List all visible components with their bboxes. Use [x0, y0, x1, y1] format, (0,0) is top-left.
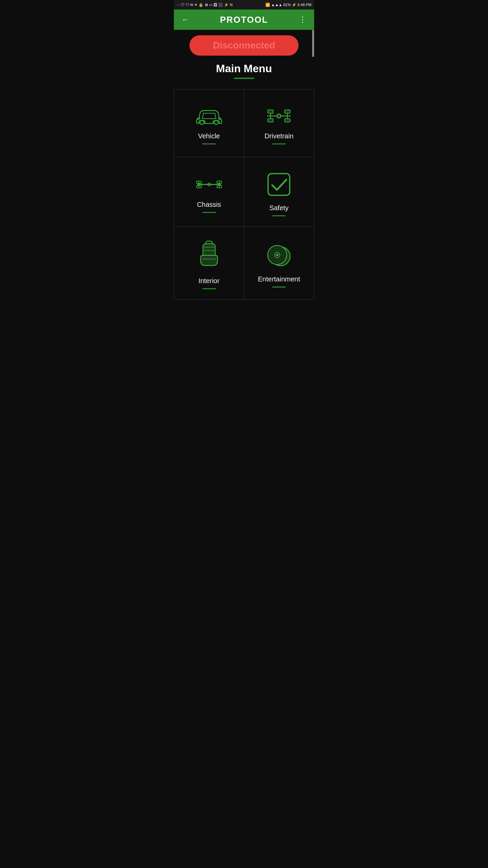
drivetrain-underline — [272, 143, 286, 144]
display-icon: ▭ — [209, 3, 212, 7]
svg-rect-8 — [268, 119, 273, 122]
notification-dots: ··· — [177, 3, 180, 7]
wifi-icon: 📶 — [265, 3, 270, 7]
car-icon — [194, 106, 224, 126]
safety-underline — [272, 215, 286, 216]
signal-icon: ▲▲▲ — [271, 3, 282, 7]
safety-label: Safety — [269, 204, 289, 212]
menu-grid: Vehicle — [174, 89, 314, 300]
status-bar-right: 📶 ▲▲▲ 81% ⚡ 6:48 PM — [265, 3, 311, 7]
mail-icon: ✉ — [190, 3, 193, 7]
entertainment-menu-item[interactable]: Entertainment — [244, 227, 314, 300]
disconnected-text: Disconnected — [213, 40, 275, 51]
svg-point-11 — [277, 114, 281, 118]
vehicle-underline — [202, 143, 216, 144]
shield-icon: 🛡 — [181, 3, 184, 7]
back-button[interactable]: ← — [179, 15, 191, 24]
drivetrain-icon — [264, 106, 294, 126]
flipboard-icon: ⬛ — [218, 3, 223, 7]
svg-rect-7 — [268, 110, 273, 113]
svg-marker-12 — [274, 115, 277, 117]
scrollbar[interactable] — [312, 30, 314, 57]
main-content: Disconnected Main Menu — [174, 30, 314, 300]
chassis-menu-item[interactable]: Chassis — [174, 157, 244, 227]
vehicle-menu-item[interactable]: Vehicle — [174, 90, 244, 157]
lock-icon: 🔒 — [199, 3, 203, 7]
interior-label: Interior — [199, 277, 220, 285]
shield2-icon: 🛡 — [185, 3, 189, 7]
chassis-underline — [202, 212, 216, 213]
charging-icon: ⚡ — [292, 3, 297, 7]
entertainment-label: Entertainment — [258, 275, 300, 283]
chassis-label: Chassis — [197, 201, 221, 209]
disconnected-banner[interactable]: Disconnected — [189, 35, 299, 56]
drivetrain-label: Drivetrain — [264, 132, 293, 140]
drivetrain-menu-item[interactable]: Drivetrain — [244, 90, 314, 157]
main-menu-title: Main Menu — [174, 62, 314, 75]
interior-menu-item[interactable]: Interior — [174, 227, 244, 300]
monitor-icon: 🖥 — [204, 3, 208, 7]
overflow-menu-button[interactable]: ⋮ — [297, 15, 309, 24]
vehicle-label: Vehicle — [198, 132, 220, 140]
title-underline — [234, 78, 254, 79]
status-bar-left: ··· 🛡 🛡 ✉ ☀ 🔒 🖥 ▭ 🖼 ⬛ ⚡ N — [177, 3, 232, 7]
svg-rect-22 — [268, 174, 290, 195]
time-display: 6:48 PM — [298, 3, 311, 7]
interior-underline — [202, 288, 216, 289]
svg-marker-13 — [281, 115, 283, 117]
svg-rect-10 — [285, 119, 290, 122]
safety-menu-item[interactable]: Safety — [244, 157, 314, 227]
app-title: PROTOOL — [191, 15, 297, 25]
svg-point-30 — [276, 254, 278, 256]
status-bar: ··· 🛡 🛡 ✉ ☀ 🔒 🖥 ▭ 🖼 ⬛ ⚡ N 📶 ▲▲▲ 81% ⚡ 6:… — [174, 0, 314, 9]
interior-icon — [196, 240, 223, 271]
safety-icon — [265, 171, 292, 198]
entertainment-underline — [272, 287, 286, 288]
image-icon: 🖼 — [214, 3, 217, 7]
battery-text: 81% — [283, 3, 291, 7]
chassis-icon — [194, 174, 224, 195]
entertainment-icon — [265, 242, 292, 269]
weather-icon: ☀ — [194, 3, 198, 7]
app-bar: ← PROTOOL ⋮ — [174, 9, 314, 30]
nfc-icon: N — [230, 3, 232, 7]
bluetooth-icon: ⚡ — [224, 3, 229, 7]
svg-rect-9 — [285, 110, 290, 113]
